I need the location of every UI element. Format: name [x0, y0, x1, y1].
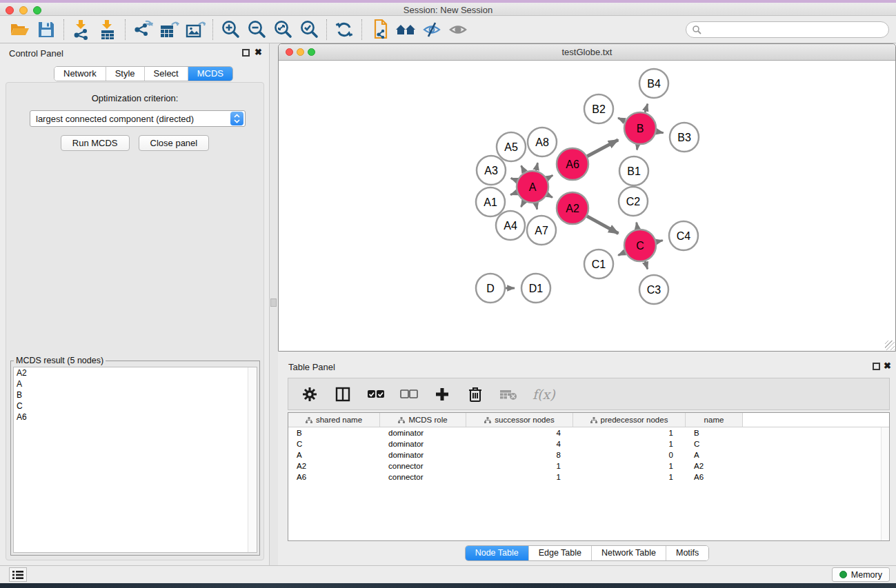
- edge-A6-B[interactable]: [587, 140, 618, 156]
- column-header-name[interactable]: name: [686, 413, 743, 427]
- table-settings-button[interactable]: [301, 385, 319, 403]
- table-cell[interactable]: connector: [380, 462, 466, 470]
- graph-node-A3[interactable]: A3: [477, 156, 506, 185]
- tab-network-table[interactable]: Network Table: [592, 546, 666, 560]
- table-cell[interactable]: A6: [686, 473, 743, 481]
- close-panel-button[interactable]: Close panel: [139, 135, 210, 151]
- graph-node-C4[interactable]: C4: [669, 221, 698, 250]
- memory-button[interactable]: Memory: [832, 567, 890, 582]
- table-row[interactable]: A2connector11A2: [288, 460, 889, 472]
- network-graph-canvas[interactable]: B4B2BB3A5A8A6B1A3AA1C2A2A4A7C4CC1DD1C3: [279, 61, 895, 351]
- toolbar-search-field[interactable]: [686, 21, 889, 38]
- edge-B-B4[interactable]: [645, 104, 648, 112]
- table-cell[interactable]: 1: [573, 440, 686, 448]
- save-session-button[interactable]: [33, 19, 59, 41]
- zoom-selected-button[interactable]: [296, 19, 322, 41]
- table-row[interactable]: Cdominator41C: [288, 438, 889, 449]
- result-item[interactable]: A6: [14, 412, 257, 423]
- hide-annotations-button[interactable]: [419, 19, 445, 41]
- resize-grip-icon[interactable]: [885, 341, 895, 350]
- split-divider[interactable]: [270, 43, 278, 565]
- new-network-from-file-button[interactable]: [366, 19, 392, 41]
- tab-mcds[interactable]: MCDS: [188, 67, 232, 81]
- graph-node-A[interactable]: A: [517, 171, 548, 203]
- function-builder-button[interactable]: f(x): [532, 387, 555, 402]
- graph-node-B1[interactable]: B1: [619, 156, 648, 185]
- edge-A-A7[interactable]: [536, 203, 537, 210]
- edge-C-C1[interactable]: [618, 252, 625, 255]
- graph-node-C2[interactable]: C2: [619, 187, 648, 216]
- table-cell[interactable]: dominator: [380, 440, 466, 448]
- mcds-result-list[interactable]: A2ABCA6: [13, 367, 257, 553]
- export-network-button[interactable]: [130, 19, 156, 41]
- table-cell[interactable]: B: [288, 429, 380, 437]
- graph-node-A4[interactable]: A4: [496, 211, 525, 240]
- run-mcds-button[interactable]: Run MCDS: [61, 135, 130, 151]
- graph-node-B2[interactable]: B2: [584, 94, 613, 123]
- table-row[interactable]: Bdominator41B: [288, 427, 889, 438]
- table-cell[interactable]: connector: [380, 473, 466, 481]
- edge-A-A4[interactable]: [521, 201, 524, 207]
- edge-C-C4[interactable]: [656, 241, 662, 242]
- table-cell[interactable]: 0: [573, 451, 686, 459]
- table-cell[interactable]: A2: [288, 462, 380, 470]
- import-network-button[interactable]: [68, 19, 94, 41]
- table-cell[interactable]: 1: [573, 473, 686, 481]
- search-input[interactable]: [701, 23, 888, 37]
- table-cell[interactable]: 4: [466, 440, 573, 448]
- table-cell[interactable]: B: [686, 429, 743, 437]
- criterion-dropdown[interactable]: largest connected component (directed): [30, 110, 246, 127]
- result-scrollbar[interactable]: [248, 367, 257, 552]
- edge-A2-C[interactable]: [587, 216, 618, 234]
- export-image-button[interactable]: [182, 19, 208, 41]
- edge-B-B2[interactable]: [618, 118, 625, 121]
- tab-edge-table[interactable]: Edge Table: [529, 546, 592, 560]
- result-item[interactable]: B: [14, 389, 257, 401]
- table-scrollbar[interactable]: [881, 427, 889, 540]
- graph-node-D[interactable]: D: [476, 274, 505, 303]
- refresh-button[interactable]: [331, 19, 357, 41]
- split-divider-handle[interactable]: [270, 298, 277, 307]
- create-column-button[interactable]: [433, 385, 451, 403]
- table-cell[interactable]: A: [686, 451, 743, 459]
- show-graphics-details-button[interactable]: [445, 19, 471, 41]
- result-item[interactable]: A2: [14, 367, 257, 378]
- zoom-out-button[interactable]: [243, 19, 270, 41]
- graph-node-C[interactable]: C: [624, 230, 656, 261]
- graph-node-A2[interactable]: A2: [557, 192, 588, 224]
- graph-node-B3[interactable]: B3: [670, 123, 699, 152]
- export-table-button[interactable]: [156, 19, 182, 41]
- column-header-MCDS-role[interactable]: MCDS role: [380, 413, 466, 427]
- column-header-successor-nodes[interactable]: successor nodes: [466, 413, 573, 427]
- graph-node-C1[interactable]: C1: [584, 250, 613, 278]
- graph-node-A8[interactable]: A8: [528, 128, 557, 156]
- table-cell[interactable]: 4: [466, 429, 573, 437]
- table-cell[interactable]: 1: [573, 429, 686, 437]
- task-history-button[interactable]: [9, 567, 27, 582]
- graph-node-B4[interactable]: B4: [639, 69, 668, 98]
- column-header-predecessor-nodes[interactable]: predecessor nodes: [573, 413, 686, 427]
- tab-node-table[interactable]: Node Table: [466, 546, 529, 560]
- table-cell[interactable]: C: [288, 440, 380, 448]
- table-cell[interactable]: C: [686, 440, 743, 448]
- table-row[interactable]: Adominator80A: [288, 449, 889, 460]
- graph-node-A6[interactable]: A6: [557, 148, 588, 180]
- tab-select[interactable]: Select: [145, 67, 188, 81]
- float-panel-icon[interactable]: [242, 49, 250, 57]
- show-column-panel-button[interactable]: [334, 385, 352, 403]
- edge-C-C2[interactable]: [637, 223, 638, 230]
- edge-A-A6[interactable]: [547, 175, 552, 179]
- graph-node-A1[interactable]: A1: [476, 187, 505, 216]
- edge-B-B1[interactable]: [637, 145, 637, 150]
- tab-network[interactable]: Network: [54, 67, 106, 81]
- result-item[interactable]: A: [14, 378, 257, 389]
- cybrowser-home-button[interactable]: [392, 19, 419, 41]
- select-all-columns-button[interactable]: [367, 385, 385, 403]
- tab-style[interactable]: Style: [106, 67, 145, 81]
- table-cell[interactable]: dominator: [380, 429, 466, 437]
- graph-node-A7[interactable]: A7: [527, 216, 556, 245]
- zoom-fit-button[interactable]: [270, 19, 296, 41]
- open-session-button[interactable]: [7, 19, 33, 41]
- tab-motifs[interactable]: Motifs: [666, 546, 708, 560]
- result-item[interactable]: C: [14, 401, 257, 412]
